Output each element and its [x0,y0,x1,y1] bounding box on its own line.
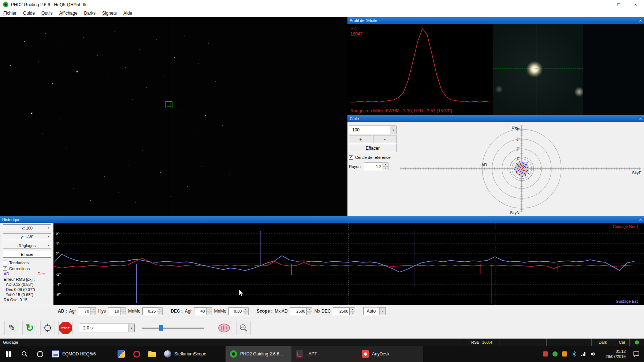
ref-circle-checkbox[interactable]: ✓ [349,155,353,160]
secondary-star-blob [573,87,583,97]
tray-app-green[interactable] [550,346,560,362]
lock-position-cross-icon [535,67,538,70]
star [66,149,67,149]
taskbar-app-eqmod[interactable]: EQMOD HEQ5/6 [48,346,113,362]
spinner-arrows[interactable]: ▲▼ [157,307,163,315]
minimize-button[interactable]: — [593,0,610,9]
network-tray-button[interactable] [579,346,588,362]
chevron-down-icon[interactable]: ▼ [390,126,396,134]
taskbar-app-anydesk[interactable]: AnyDesk [357,346,423,362]
radius-spinner-arrows[interactable]: ▲▼ [383,163,388,170]
history-clear-button[interactable]: Effacer [3,251,51,258]
star [35,197,36,197]
spinner-arrows[interactable]: ▲▼ [350,307,355,315]
auto-select-star-button[interactable] [40,321,55,335]
start-button[interactable] [0,346,17,362]
radius-input[interactable] [364,163,383,170]
taskbar-app-phd2[interactable]: PHD2 Guiding 2.6.6... [226,346,291,362]
spinner-arrows[interactable]: ▲▼ [90,307,96,315]
taskbar-app-apt[interactable]: - APT - [291,346,357,362]
connect-equipment-button[interactable]: ✎ [4,321,19,335]
maximize-button[interactable]: □ [610,0,627,9]
history-xscale-select[interactable]: x: 100 ▼ [3,224,51,231]
star [129,165,129,165]
ad-aggression-spinner[interactable]: ▲▼ [78,307,96,315]
target-clear-button[interactable]: Effacer [349,144,397,152]
menu-affichage[interactable]: Affichage [56,10,81,16]
hysteresis-spinner[interactable]: ▲▼ [108,307,126,315]
target-close-icon[interactable]: × [639,116,642,121]
action-center-button[interactable] [629,346,644,362]
spinner-arrows[interactable]: ▲▼ [120,307,126,315]
dec-aggression-spinner[interactable]: ▲▼ [194,307,212,315]
hysteresis-input[interactable] [108,307,120,315]
radius-spinner[interactable]: ▲▼ [364,163,388,170]
chevron-down-icon[interactable]: ▼ [379,307,386,315]
max-ad-spinner[interactable]: ▲▼ [290,307,312,315]
history-settings-select[interactable]: Réglages ▼ [3,242,51,249]
svg-text:Guidage Nord: Guidage Nord [613,224,638,229]
trend-checkbox[interactable] [3,261,7,265]
starfield[interactable] [0,17,347,216]
svg-text:1": 1" [516,157,520,161]
corrections-row: ✓ Corrections [3,266,51,271]
star [111,111,112,112]
taskbar-search-button[interactable] [17,346,32,362]
volume-tray-button[interactable] [588,346,598,362]
taskbar-clock[interactable]: 01:12 29/07/2019 [598,346,629,362]
history-yscale-select[interactable]: y: +/-8" ▼ [3,233,51,240]
star [73,189,74,189]
menu-guide[interactable]: Guide [20,10,38,16]
svg-text:Guidage Est: Guidage Est [615,299,638,303]
rms-heading: Erreur RMS [px] : [3,277,51,282]
opera-button[interactable] [129,346,144,362]
dec-minmove-input[interactable] [228,307,243,315]
target-zoom-in-button[interactable]: + [349,135,372,143]
menu-darks[interactable]: Darks [81,10,99,16]
slider-thumb[interactable] [159,325,163,331]
spinner-arrows[interactable]: ▲▼ [307,307,312,315]
dec-aggression-input[interactable] [194,307,206,315]
loop-exposures-button[interactable]: ↻ [22,321,37,335]
ad-aggression-input[interactable] [78,307,90,315]
exposure-select[interactable]: 2.0 s ▼ [80,324,135,332]
menu-aide[interactable]: Aide [120,10,135,16]
history-close-icon[interactable]: × [639,217,642,222]
pinned-app-button[interactable] [113,346,129,362]
spinner-arrows[interactable]: ▲▼ [243,307,249,315]
ad-minmove-input[interactable] [142,307,157,315]
target-zoom-out-button[interactable]: - [373,135,397,143]
target-zoom-select[interactable]: 100 ▼ [349,126,397,134]
tray-app-orange[interactable] [560,346,569,362]
corrections-checkbox[interactable]: ✓ [3,266,7,271]
tray-app-red[interactable] [541,346,550,362]
stop-button[interactable]: STOP [58,321,73,335]
window-title: PHD2 Guiding 2.6.6 - HeQ5-QHY5L-IIc [11,2,88,7]
menu-signets[interactable]: Signets [99,10,120,16]
profile-close-icon[interactable]: × [639,18,642,23]
dec-mode-select[interactable]: Auto ▼ [363,307,386,315]
max-ad-input[interactable] [290,307,307,315]
max-dec-spinner[interactable]: ▲▼ [333,307,355,315]
bluetooth-tray-button[interactable] [569,346,579,362]
chevron-down-icon[interactable]: ▼ [128,324,134,332]
star [104,176,105,177]
taskbar-app-stellariumscope[interactable]: StellariumScope [160,346,226,362]
dec-minmove-spinner[interactable]: ▲▼ [228,307,249,315]
menu-outils[interactable]: Outils [38,10,56,16]
file-explorer-button[interactable] [144,346,160,362]
gamma-slider[interactable] [142,324,204,332]
stats-button[interactable] [236,321,251,335]
menu-fichier[interactable]: Fichier [0,10,20,16]
tray-orange-icon [562,351,567,357]
star [97,55,98,56]
star [180,157,181,157]
star [174,57,175,58]
max-dec-input[interactable] [333,307,350,315]
close-button[interactable]: × [627,0,644,9]
spinner-arrows[interactable]: ▲▼ [206,307,212,315]
ad-minmove-spinner[interactable]: ▲▼ [142,307,163,315]
cortana-button[interactable] [32,346,48,362]
notification-icon [633,351,640,357]
guide-button[interactable] [217,321,231,335]
